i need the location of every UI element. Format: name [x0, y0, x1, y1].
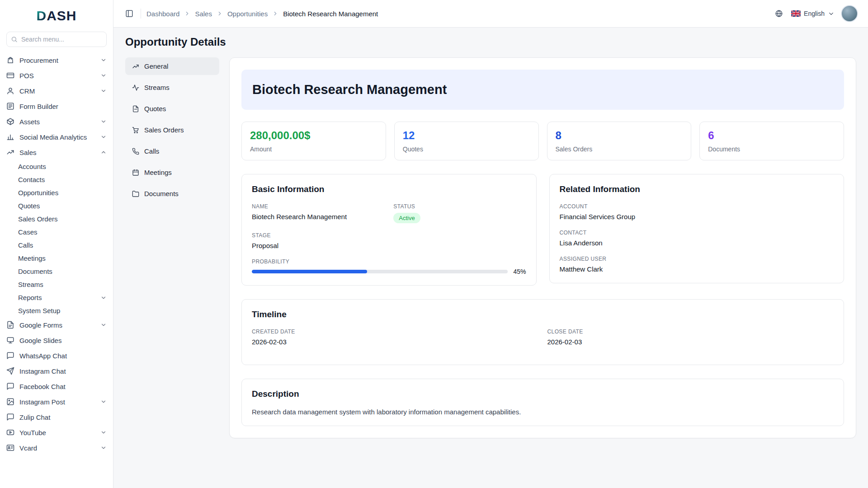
- sidebar-item-google-forms[interactable]: Google Forms: [0, 317, 113, 333]
- breadcrumb-opportunities[interactable]: Opportunities: [227, 10, 268, 18]
- breadcrumb-current: Biotech Research Management: [283, 10, 378, 18]
- probability-progress-fill: [252, 270, 367, 273]
- sidebar-item-label: CRM: [19, 87, 35, 95]
- field-label: PROBABILITY: [252, 258, 526, 265]
- sidebar-item-whatsapp-chat[interactable]: WhatsApp Chat: [0, 348, 113, 363]
- chevron-down-icon: [100, 72, 107, 79]
- stat-value: 8: [556, 129, 683, 142]
- sidebar-item-crm[interactable]: CRM: [0, 83, 113, 99]
- user-avatar[interactable]: [841, 5, 858, 22]
- sidebar-subitem-label: Streams: [18, 281, 43, 288]
- sidebar-item-quotes[interactable]: Quotes: [0, 199, 113, 212]
- sidebar-subitem-label: Accounts: [18, 163, 46, 170]
- search-input[interactable]: [6, 32, 107, 47]
- sidebar-item-pos[interactable]: POS: [0, 68, 113, 83]
- sidebar-subitem-label: Contacts: [18, 176, 45, 183]
- sidebar-toggle-button[interactable]: [123, 8, 135, 19]
- sidebar-item-streams[interactable]: Streams: [0, 278, 113, 291]
- sidebar-item-youtube[interactable]: YouTube: [0, 425, 113, 440]
- tab-label: Meetings: [144, 169, 172, 176]
- sidebar-item-system-setup[interactable]: System Setup: [0, 304, 113, 317]
- id-card-icon: [6, 444, 14, 452]
- sidebar-item-label: YouTube: [19, 429, 46, 436]
- sidebar-item-calls[interactable]: Calls: [0, 239, 113, 252]
- sidebar-item-reports[interactable]: Reports: [0, 291, 113, 304]
- chevron-down-icon: [100, 118, 107, 125]
- sidebar-item-instagram-chat[interactable]: Instagram Chat: [0, 363, 113, 379]
- chevron-right-icon: [272, 10, 278, 17]
- tab-documents[interactable]: Documents: [125, 185, 219, 202]
- sidebar-subitem-label: Reports: [18, 294, 42, 301]
- activity-icon: [132, 84, 139, 91]
- sidebar-item-opportunities[interactable]: Opportunities: [0, 186, 113, 199]
- sidebar-item-sales[interactable]: Sales: [0, 145, 113, 160]
- timeline-panel: Timeline CREATED DATE 2026-02-03 CLOSE D…: [241, 299, 844, 365]
- sidebar-item-contacts[interactable]: Contacts: [0, 173, 113, 186]
- field-label: STAGE: [252, 232, 526, 239]
- related-information-panel: Related Information ACCOUNT Financial Se…: [549, 174, 844, 283]
- globe-button[interactable]: [773, 8, 785, 19]
- field-label: NAME: [252, 203, 384, 210]
- search-icon: [11, 36, 18, 43]
- field-value: Lisa Anderson: [560, 239, 834, 247]
- phone-icon: [132, 148, 139, 155]
- breadcrumb-sales[interactable]: Sales: [195, 10, 212, 18]
- sidebar-item-social-media-analytics[interactable]: Social Media Analytics: [0, 129, 113, 145]
- sidebar-item-label: Facebook Chat: [19, 383, 66, 390]
- sidebar-subitem-label: Sales Orders: [18, 215, 58, 223]
- tab-meetings[interactable]: Meetings: [125, 164, 219, 181]
- sidebar-item-vcard[interactable]: Vcard: [0, 440, 113, 455]
- file-text-icon: [6, 321, 14, 329]
- tab-label: Streams: [144, 84, 170, 91]
- panel-title: Related Information: [560, 184, 834, 194]
- field-created-date: CREATED DATE 2026-02-03: [252, 328, 538, 346]
- stat-label: Amount: [250, 145, 377, 153]
- stat-label: Sales Orders: [556, 145, 683, 153]
- sidebar-item-instagram-post[interactable]: Instagram Post: [0, 394, 113, 409]
- sidebar-item-sales-orders[interactable]: Sales Orders: [0, 212, 113, 225]
- language-selector[interactable]: English: [791, 10, 835, 17]
- folder-icon: [132, 190, 139, 197]
- main-area: Dashboard Sales Opportunities Biotech Re…: [113, 0, 868, 488]
- sidebar-item-label: Google Forms: [19, 321, 62, 329]
- chevron-down-icon: [828, 10, 835, 17]
- sidebar-item-label: Sales: [19, 149, 37, 156]
- sidebar-item-cases[interactable]: Cases: [0, 225, 113, 239]
- sidebar-item-procurement[interactable]: Procurement: [0, 52, 113, 68]
- chevron-down-icon: [100, 88, 107, 94]
- field-label: ASSIGNED USER: [560, 256, 834, 262]
- tab-quotes[interactable]: Quotes: [125, 100, 219, 117]
- basic-information-panel: Basic Information NAME Biotech Research …: [241, 174, 537, 286]
- chevron-down-icon: [100, 57, 107, 63]
- sidebar-item-assets[interactable]: Assets: [0, 114, 113, 129]
- tab-label: Quotes: [144, 105, 166, 113]
- field-name: NAME Biotech Research Management: [252, 203, 384, 223]
- tab-general[interactable]: General: [125, 57, 219, 75]
- sidebar-item-google-slides[interactable]: Google Slides: [0, 333, 113, 348]
- field-probability: PROBABILITY 45%: [252, 258, 526, 275]
- sales-submenu: Accounts Contacts Opportunities Quotes S…: [0, 160, 113, 317]
- field-label: CREATED DATE: [252, 328, 538, 335]
- description-text: Research data management system with lab…: [252, 408, 834, 416]
- tab-sales-orders[interactable]: Sales Orders: [125, 121, 219, 139]
- status-badge: Active: [393, 213, 420, 223]
- sidebar-item-meetings[interactable]: Meetings: [0, 252, 113, 265]
- presentation-icon: [6, 336, 14, 344]
- sidebar-item-label: Social Media Analytics: [19, 133, 87, 141]
- tab-calls[interactable]: Calls: [125, 142, 219, 160]
- divider: [141, 9, 141, 19]
- page-title: Opportunity Details: [125, 36, 856, 48]
- field-value: Biotech Research Management: [252, 213, 384, 221]
- sidebar-item-zulip-chat[interactable]: Zulip Chat: [0, 409, 113, 425]
- sidebar-item-label: Form Builder: [19, 103, 58, 110]
- breadcrumb-dashboard[interactable]: Dashboard: [146, 10, 179, 18]
- sidebar-item-form-builder[interactable]: Form Builder: [0, 99, 113, 114]
- chevron-down-icon: [100, 429, 107, 436]
- tab-label: Calls: [144, 147, 159, 155]
- sidebar-item-accounts[interactable]: Accounts: [0, 160, 113, 173]
- field-status: STATUS Active: [393, 203, 526, 223]
- stat-label: Quotes: [403, 145, 530, 153]
- sidebar-item-documents[interactable]: Documents: [0, 265, 113, 278]
- sidebar-item-facebook-chat[interactable]: Facebook Chat: [0, 379, 113, 394]
- tab-streams[interactable]: Streams: [125, 79, 219, 96]
